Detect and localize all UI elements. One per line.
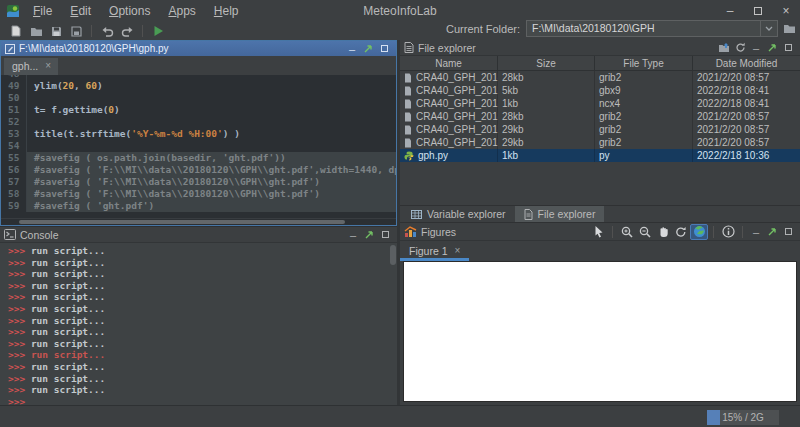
editor-title-bar[interactable]: F:\MI\data\20180120\GPH\gph.py – [1, 41, 396, 56]
open-folder-button[interactable] [26, 23, 46, 39]
code-line[interactable]: 49ylim(20, 60) [1, 80, 396, 92]
tab-file-explorer[interactable]: File explorer [515, 206, 605, 222]
figures-float-button[interactable] [764, 225, 780, 239]
console-line: >>> run script... [8, 315, 397, 327]
editor-float-button[interactable] [360, 42, 376, 55]
window-maximize-button[interactable] [744, 0, 772, 22]
editor-minimize-button[interactable]: – [344, 42, 360, 55]
select-cursor-icon[interactable] [589, 224, 607, 240]
close-icon[interactable]: × [455, 247, 461, 255]
cell-name: CRA40_GPH_2018012... [400, 111, 498, 122]
prompt: >>> [8, 384, 31, 395]
code-text: #savefig ( 'ght.pdf') [27, 200, 396, 212]
chevron-down-icon[interactable] [760, 21, 777, 36]
window-close-button[interactable]: × [772, 0, 800, 22]
console-line: >>> run script... [8, 373, 397, 385]
current-folder-combobox[interactable]: F:\MI\data\20180120\GPH [526, 20, 778, 37]
console-header[interactable]: Console – [0, 227, 397, 243]
menu-edit[interactable]: Edit [61, 1, 100, 21]
figures-header[interactable]: Figures [400, 223, 800, 241]
cell-name: CRA40_GPH_2018012... [400, 98, 498, 109]
code-line[interactable]: 50 [1, 92, 396, 104]
code-line[interactable]: 59#savefig ( 'ght.pdf') [1, 200, 396, 212]
undo-button[interactable] [97, 23, 117, 39]
table-row[interactable]: CRA40_GPH_2018012...28kbgrib22021/2/20 0… [400, 71, 800, 84]
table-row[interactable]: CRA40_GPH_2018012...29kbgrib22021/2/20 0… [400, 123, 800, 136]
menu-options[interactable]: Options [100, 1, 159, 21]
main-area: F:\MI\data\20180120\GPH\gph.py – gph... … [0, 40, 800, 405]
table-row[interactable]: gph.py1kbpy2022/2/18 10:36 [400, 149, 800, 162]
file-explorer-minimize-button[interactable]: – [748, 41, 764, 55]
console-icon [4, 229, 16, 240]
code-line[interactable]: 55#savefig ( os.path.join(basedir, 'ght.… [1, 152, 396, 164]
refresh-icon[interactable] [732, 41, 748, 55]
code-text: #savefig ( os.path.join(basedir, 'ght.pd… [27, 152, 396, 164]
column-header-date-modified[interactable]: Date Modified [693, 56, 800, 70]
tab-variable-explorer[interactable]: Variable explorer [402, 206, 515, 222]
code-line[interactable]: 58#savefig ( 'F:\\MI\\data\\20180120\\GP… [1, 188, 396, 200]
table-header: Name Size File Type Date Modified [400, 56, 800, 71]
tab-figure-1[interactable]: Figure 1 × [400, 241, 469, 261]
code-line[interactable]: 52 [1, 116, 396, 128]
globe-icon[interactable] [690, 224, 708, 240]
figures-minimize-button[interactable]: – [748, 225, 764, 239]
column-header-name[interactable]: Name [400, 56, 498, 70]
console-minimize-button[interactable]: – [345, 228, 361, 242]
table-row[interactable]: CRA40_GPH_2018012...29kbgrib22021/2/20 0… [400, 136, 800, 149]
code-line[interactable]: 54 [1, 140, 396, 152]
run-script-button[interactable] [148, 23, 168, 39]
code-line[interactable]: 56#savefig ( 'F:\\MI\\data\\20180120\\GP… [1, 164, 396, 176]
cell-name: CRA40_GPH_2018012... [400, 72, 498, 83]
redo-button[interactable] [117, 23, 137, 39]
save-button[interactable] [46, 23, 66, 39]
console-text: run script... [31, 257, 105, 268]
zoom-in-icon[interactable] [618, 224, 636, 240]
file-icon [404, 86, 412, 96]
line-number: 54 [1, 140, 27, 152]
window-minimize-button[interactable]: – [716, 0, 744, 22]
console-float-button[interactable] [361, 228, 377, 242]
info-icon[interactable] [719, 224, 737, 240]
save-as-button[interactable] [66, 23, 86, 39]
prompt: >>> [8, 257, 31, 268]
console-maximize-button[interactable] [377, 228, 393, 242]
table-row[interactable]: CRA40_GPH_2018012...28kbgrib22021/2/20 0… [400, 110, 800, 123]
code-line[interactable]: 53title(t.strftime('%Y-%m-%d %H:00') ) [1, 128, 396, 140]
column-header-file-type[interactable]: File Type [595, 56, 693, 70]
left-column: F:\MI\data\20180120\GPH\gph.py – gph... … [0, 40, 397, 405]
cell-date-modified: 2021/2/20 08:57 [693, 72, 800, 83]
code-line[interactable]: 57#savefig ( 'F:\\MI\\data\\20180120\\GP… [1, 176, 396, 188]
menu-apps[interactable]: Apps [159, 1, 204, 21]
zoom-out-icon[interactable] [636, 224, 654, 240]
prompt: >>> [8, 396, 31, 405]
rotate-icon[interactable] [672, 224, 690, 240]
parent-folder-button[interactable] [716, 41, 732, 55]
table-row[interactable]: CRA40_GPH_2018012...1kbncx42022/2/18 08:… [400, 97, 800, 110]
prompt: >>> [8, 268, 31, 279]
file-explorer-maximize-button[interactable] [780, 41, 796, 55]
menu-file[interactable]: File [24, 1, 61, 21]
column-header-size[interactable]: Size [498, 56, 595, 70]
console-output[interactable]: >>> run script...>>> run script...>>> ru… [0, 243, 397, 405]
editor-tab-gph[interactable]: gph... × [4, 58, 58, 75]
pan-hand-icon[interactable] [654, 224, 672, 240]
code-editor[interactable]: 4849ylim(20, 60)5051t= f.gettime(0)5253t… [1, 75, 396, 218]
table-row[interactable]: CRA40_GPH_2018012...5kbgbx92022/2/18 08:… [400, 84, 800, 97]
file-explorer-float-button[interactable] [764, 41, 780, 55]
file-explorer-header[interactable]: File explorer – [400, 40, 800, 56]
menu-help[interactable]: Help [205, 1, 248, 21]
new-file-button[interactable] [6, 23, 26, 39]
editor-horizontal-scrollbar[interactable] [1, 218, 396, 225]
cell-date-modified: 2022/2/18 08:41 [693, 98, 800, 109]
code-line[interactable]: 51t= f.gettime(0) [1, 104, 396, 116]
close-icon[interactable]: × [45, 62, 51, 70]
console-vertical-scrollbar[interactable] [390, 245, 396, 265]
scrollbar-thumb[interactable] [19, 220, 345, 224]
browse-folder-button[interactable] [783, 23, 796, 34]
editor-maximize-button[interactable] [376, 42, 392, 55]
prompt: >>> [8, 315, 31, 326]
figure-canvas[interactable] [403, 261, 797, 402]
figures-maximize-button[interactable] [780, 225, 796, 239]
memory-indicator[interactable]: 15% / 2G [707, 410, 779, 425]
console-text: run script... [31, 315, 105, 326]
